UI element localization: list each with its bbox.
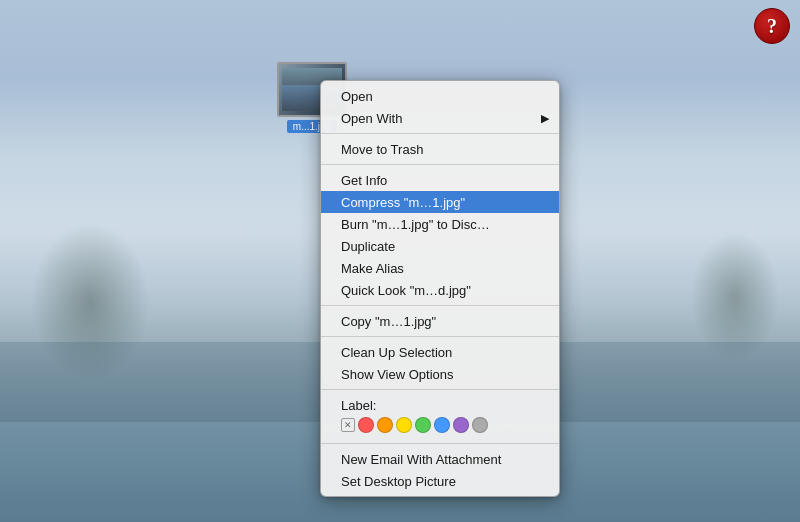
label-green[interactable] — [415, 417, 431, 433]
context-menu: Open Open With ▶ Move to Trash Get Info … — [320, 80, 560, 497]
label-gray[interactable] — [472, 417, 488, 433]
label-red[interactable] — [358, 417, 374, 433]
help-icon-symbol: ? — [767, 16, 777, 36]
menu-item-move-to-trash[interactable]: Move to Trash — [321, 138, 559, 160]
menu-item-get-info[interactable]: Get Info — [321, 169, 559, 191]
label-yellow[interactable] — [396, 417, 412, 433]
menu-item-show-view[interactable]: Show View Options — [321, 363, 559, 385]
menu-item-open[interactable]: Open — [321, 85, 559, 107]
label-section: Label: ✕ — [321, 394, 559, 439]
label-orange[interactable] — [377, 417, 393, 433]
tree-left — [30, 222, 150, 382]
help-icon-circle: ? — [754, 8, 790, 44]
separator-2 — [321, 164, 559, 165]
label-colors: ✕ — [341, 417, 539, 433]
menu-item-quick-look[interactable]: Quick Look "m…d.jpg" — [321, 279, 559, 301]
label-blue[interactable] — [434, 417, 450, 433]
menu-item-compress[interactable]: Compress "m…1.jpg" — [321, 191, 559, 213]
menu-item-new-email[interactable]: New Email With Attachment — [321, 448, 559, 470]
label-purple[interactable] — [453, 417, 469, 433]
separator-6 — [321, 443, 559, 444]
menu-item-copy[interactable]: Copy "m…1.jpg" — [321, 310, 559, 332]
menu-item-open-with[interactable]: Open With ▶ — [321, 107, 559, 129]
menu-item-set-desktop[interactable]: Set Desktop Picture — [321, 470, 559, 492]
separator-4 — [321, 336, 559, 337]
help-icon[interactable]: ? — [754, 8, 792, 46]
open-with-arrow: ▶ — [541, 112, 549, 125]
separator-5 — [321, 389, 559, 390]
menu-item-burn[interactable]: Burn "m…1.jpg" to Disc… — [321, 213, 559, 235]
menu-item-make-alias[interactable]: Make Alias — [321, 257, 559, 279]
label-title: Label: — [341, 398, 539, 413]
label-none[interactable]: ✕ — [341, 418, 355, 432]
separator-1 — [321, 133, 559, 134]
menu-item-clean-up[interactable]: Clean Up Selection — [321, 341, 559, 363]
separator-3 — [321, 305, 559, 306]
menu-item-duplicate[interactable]: Duplicate — [321, 235, 559, 257]
tree-right — [690, 232, 780, 362]
